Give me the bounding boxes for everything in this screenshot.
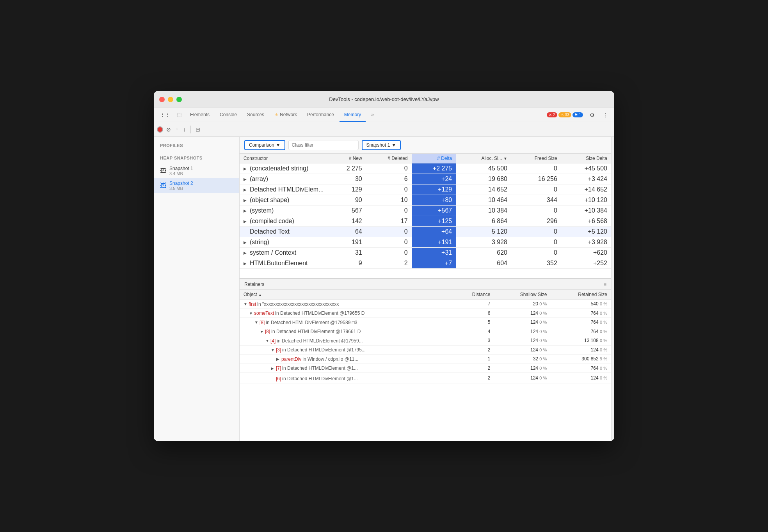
retainer-row[interactable]: ▼ someText in Detached HTMLDivElement @1… xyxy=(240,309,611,318)
tab-inspector[interactable]: ⬚ xyxy=(174,108,185,122)
snapshot-1-name: Snapshot 1 xyxy=(169,166,193,171)
tab-memory[interactable]: Memory xyxy=(340,108,366,122)
retainer-row[interactable]: ▼ [8] in Detached HTMLDivElement @179589… xyxy=(240,318,611,327)
tab-elements[interactable]: Elements xyxy=(185,108,214,122)
tab-network[interactable]: ⚠ Network xyxy=(270,108,302,122)
tree-arrow: ▼ xyxy=(271,348,275,352)
close-button[interactable] xyxy=(159,97,165,102)
freed-size-cell: 352 xyxy=(511,258,561,269)
collect-garbage-button[interactable]: ⊟ xyxy=(194,125,202,134)
snapshot-2-item[interactable]: 🖼 Snapshot 2 3.5 MB xyxy=(154,178,239,193)
clear-button[interactable]: ⊘ xyxy=(165,125,172,134)
freed-size-cell: 0 xyxy=(511,237,561,248)
retainer-shallow-cell: 124 0 % xyxy=(494,318,551,327)
constructor-cell[interactable]: ▶ (compiled code) xyxy=(240,216,327,227)
minimize-button[interactable] xyxy=(168,97,173,102)
snapshot-1-item[interactable]: 🖼 Snapshot 1 3.4 MB xyxy=(154,163,239,178)
retainer-object-context: in "xxxxxxxxxxxxxxxxxxxxxxxxxxxxxxxx xyxy=(257,301,339,307)
constructor-name: (object shape) xyxy=(250,197,289,204)
class-filter-input[interactable] xyxy=(288,140,359,150)
freed-size-cell: 0 xyxy=(511,227,561,237)
retainer-object-cell: ▶ parentDiv in Window / cdpn.io @11... xyxy=(240,355,452,364)
constructor-cell[interactable]: ▶ Detached HTMLDivElem... xyxy=(240,184,327,195)
expand-arrow: ▶ xyxy=(244,177,248,181)
expand-arrow: ▶ xyxy=(244,188,248,192)
tab-more[interactable]: » xyxy=(366,108,379,122)
record-button[interactable] xyxy=(157,126,163,133)
comparison-mode-dropdown[interactable]: Comparison ▼ xyxy=(244,140,285,150)
devtools-window: DevTools - codepen.io/web-dot-dev/live/L… xyxy=(154,91,614,441)
retainer-object-context: in Detached HTMLDivElement @179655 D xyxy=(275,310,364,316)
retainer-shallow-cell: 124 0 % xyxy=(494,364,551,373)
fullscreen-button[interactable] xyxy=(176,97,182,102)
retainer-row[interactable]: [6] in Detached HTMLDivElement @1... 212… xyxy=(240,373,611,383)
retainer-shallow-cell: 32 0 % xyxy=(494,355,551,364)
col-delta[interactable]: # Delta xyxy=(412,154,456,163)
retainer-object-name: [4] xyxy=(270,338,276,344)
constructor-cell[interactable]: ▶ (string) xyxy=(240,237,327,248)
scrollbar[interactable] xyxy=(611,137,614,441)
constructor-cell[interactable]: Detached Text xyxy=(240,227,327,237)
tab-sources[interactable]: Sources xyxy=(242,108,269,122)
retainer-object-context: in Detached HTMLDivElement @179661 D xyxy=(271,329,361,334)
retainer-object-cell: ▼ first in "xxxxxxxxxxxxxxxxxxxxxxxxxxxx… xyxy=(240,300,452,309)
tab-performance[interactable]: Performance xyxy=(302,108,339,122)
deleted-cell: 0 xyxy=(366,248,412,258)
snapshot-chevron-icon: ▼ xyxy=(391,142,396,148)
tab-cursor[interactable]: ⋮⋮ xyxy=(157,108,173,122)
retainer-retained-cell: 540 0 % xyxy=(551,300,611,309)
delta-cell: +125 xyxy=(412,216,456,227)
snapshot-selector-dropdown[interactable]: Snapshot 1 ▼ xyxy=(362,140,401,150)
new-cell: 191 xyxy=(327,237,366,248)
alloc-size-cell: 5 120 xyxy=(456,227,511,237)
retainer-row[interactable]: ▶ parentDiv in Window / cdpn.io @11... 1… xyxy=(240,355,611,364)
constructor-cell[interactable]: ▶ (concatenated string) xyxy=(240,163,327,174)
constructor-cell[interactable]: ▶ (object shape) xyxy=(240,195,327,206)
snapshot-2-icon: 🖼 xyxy=(160,182,166,189)
retainer-row[interactable]: ▼ [3] in Detached HTMLDivElement @1795..… xyxy=(240,345,611,355)
constructor-cell[interactable]: ▶ HTMLButtonElement xyxy=(240,258,327,269)
retainers-section: Retainers ≡ Object ▲ Dis xyxy=(240,278,611,441)
constructor-name: (system) xyxy=(250,207,274,214)
retainer-row[interactable]: ▶ [7] in Detached HTMLDivElement @1... 2… xyxy=(240,364,611,373)
size-delta-cell: +5 120 xyxy=(561,227,611,237)
retainer-object-cell: ▼ [8] in Detached HTMLDivElement @179661… xyxy=(240,327,452,336)
retainer-row[interactable]: ▼ first in "xxxxxxxxxxxxxxxxxxxxxxxxxxxx… xyxy=(240,300,611,309)
retainers-table: Object ▲ Distance Shallow Size xyxy=(240,290,611,383)
alloc-size-cell: 10 384 xyxy=(456,206,511,216)
alloc-size-cell: 45 500 xyxy=(456,163,511,174)
constructor-cell[interactable]: ▶ (array) xyxy=(240,174,327,184)
constructor-cell[interactable]: ▶ system / Context xyxy=(240,248,327,258)
retainer-row[interactable]: ▼ [4] in Detached HTMLDivElement @17959.… xyxy=(240,336,611,346)
error-badge: ✕ 2 xyxy=(547,112,557,117)
delta-cell: +129 xyxy=(412,184,456,195)
freed-size-cell: 0 xyxy=(511,163,561,174)
retainer-distance-cell: 5 xyxy=(452,318,494,327)
comparison-toolbar: Comparison ▼ Snapshot 1 ▼ xyxy=(240,137,611,154)
tab-console[interactable]: Console xyxy=(215,108,242,122)
more-menu-button[interactable]: ⋮ xyxy=(601,111,610,119)
load-button[interactable]: ↑ xyxy=(174,125,180,134)
constructor-name: (concatenated string) xyxy=(250,165,308,172)
deleted-cell: 2 xyxy=(366,258,412,269)
freed-size-cell: 0 xyxy=(511,206,561,216)
freed-size-cell: 344 xyxy=(511,195,561,206)
col-alloc-size[interactable]: Alloc. Si... ▼ xyxy=(456,154,511,163)
deleted-cell: 17 xyxy=(366,216,412,227)
save-button[interactable]: ↓ xyxy=(181,125,187,134)
col-new: # New xyxy=(327,154,366,163)
snapshot-1-size: 3.4 MB xyxy=(169,171,193,176)
settings-button[interactable]: ⚙ xyxy=(588,111,596,119)
retainer-row[interactable]: ▼ [8] in Detached HTMLDivElement @179661… xyxy=(240,327,611,336)
constructor-table-container: Constructor # New # Deleted xyxy=(240,154,611,278)
expand-arrow: ▶ xyxy=(244,198,248,202)
new-cell: 129 xyxy=(327,184,366,195)
expand-arrow: ▶ xyxy=(244,209,248,213)
new-cell: 2 275 xyxy=(327,163,366,174)
retainer-shallow-cell: 124 0 % xyxy=(494,327,551,336)
retainer-distance-cell: 4 xyxy=(452,327,494,336)
deleted-cell: 0 xyxy=(366,227,412,237)
constructor-cell[interactable]: ▶ (system) xyxy=(240,206,327,216)
new-cell: 142 xyxy=(327,216,366,227)
constructor-name: Detached HTMLDivElem... xyxy=(250,186,324,193)
